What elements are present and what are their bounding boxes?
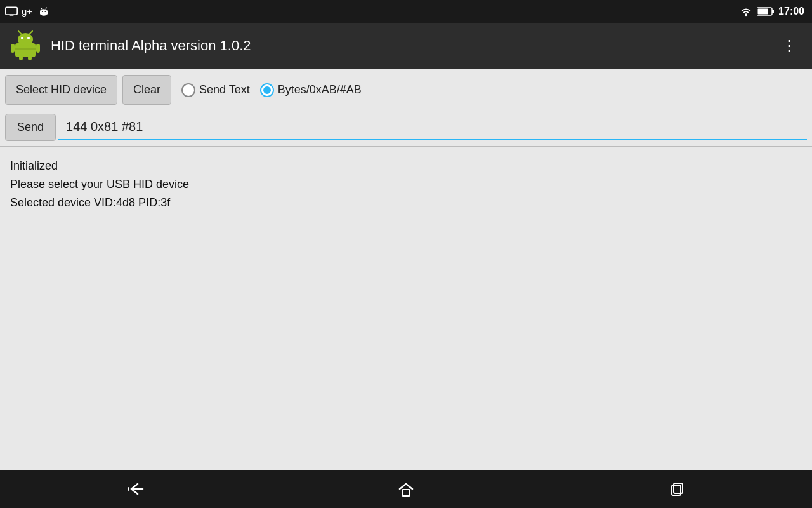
googleplus-icon: g+ — [22, 5, 34, 18]
svg-rect-0 — [6, 7, 17, 15]
svg-rect-1 — [10, 15, 14, 16]
input-field[interactable] — [58, 114, 807, 140]
svg-line-18 — [30, 31, 32, 34]
log-line-2: Please select your USB HID device — [10, 175, 802, 194]
app-logo — [10, 30, 41, 61]
toolbar-row1: Select HID device Clear Send Text Bytes/… — [0, 69, 812, 111]
svg-rect-20 — [36, 44, 40, 53]
send-text-radio-circle[interactable] — [181, 83, 195, 97]
svg-point-15 — [21, 37, 23, 39]
log-line-1: Initialized — [10, 157, 802, 175]
status-time: 17:00 — [778, 6, 804, 17]
bytes-radio-circle[interactable] — [260, 83, 274, 97]
log-line-3: Selected device VID:4d8 PID:3f — [10, 194, 802, 212]
bytes-label: Bytes/0xAB/#AB — [278, 83, 362, 97]
svg-point-6 — [44, 11, 46, 12]
send-button[interactable]: Send — [5, 114, 56, 141]
select-hid-button[interactable]: Select HID device — [5, 75, 117, 105]
svg-rect-12 — [758, 9, 768, 15]
svg-rect-21 — [19, 56, 23, 60]
home-button[interactable] — [381, 476, 431, 502]
nav-bar — [0, 470, 812, 508]
bytes-radio[interactable]: Bytes/0xAB/#AB — [260, 83, 362, 97]
svg-text:g+: g+ — [22, 6, 32, 17]
svg-rect-22 — [28, 56, 32, 60]
svg-rect-4 — [40, 11, 48, 15]
svg-rect-24 — [402, 490, 410, 496]
clear-button[interactable]: Clear — [122, 75, 171, 105]
svg-line-8 — [46, 8, 47, 9]
app-title: HID terminal Alpha version 1.0.2 — [51, 37, 766, 54]
android-icon — [38, 5, 49, 18]
svg-point-16 — [27, 37, 30, 39]
recents-button[interactable] — [652, 476, 702, 502]
home-icon — [396, 479, 416, 499]
svg-rect-11 — [772, 10, 774, 13]
recents-icon — [667, 479, 687, 499]
app-bar: HID terminal Alpha version 1.0.2 ⋮ — [0, 23, 812, 69]
log-area: Initialized Please select your USB HID d… — [0, 147, 812, 470]
screen-icon — [5, 6, 18, 17]
radio-group: Send Text Bytes/0xAB/#AB — [181, 83, 362, 97]
svg-point-9 — [745, 14, 747, 17]
wifi-icon — [739, 6, 753, 17]
toolbar-row2: Send — [0, 111, 812, 141]
svg-line-7 — [41, 8, 43, 9]
overflow-menu-button[interactable]: ⋮ — [776, 33, 802, 58]
back-button[interactable] — [110, 476, 160, 502]
svg-point-14 — [18, 33, 33, 46]
svg-line-17 — [18, 31, 21, 34]
battery-icon — [757, 6, 775, 17]
status-bar: g+ 17:00 — [0, 0, 812, 23]
back-icon — [125, 479, 145, 499]
svg-point-5 — [42, 11, 43, 12]
send-text-radio[interactable]: Send Text — [181, 83, 250, 97]
svg-rect-19 — [11, 44, 15, 53]
main-content: Select HID device Clear Send Text Bytes/… — [0, 69, 812, 470]
send-text-label: Send Text — [199, 83, 250, 97]
